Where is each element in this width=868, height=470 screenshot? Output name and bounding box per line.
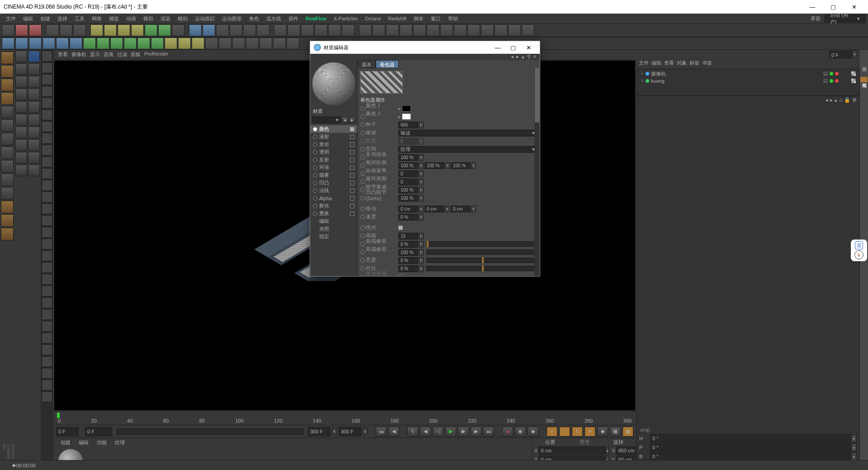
key-pla-icon[interactable]: ◆ — [597, 427, 608, 437]
palette-button[interactable] — [42, 62, 52, 73]
goto-start-icon[interactable]: ⏮ — [376, 427, 387, 437]
palette-button[interactable] — [42, 168, 52, 179]
palette-button[interactable] — [42, 86, 52, 97]
dialog-close-icon[interactable]: ✕ — [521, 42, 536, 53]
tool-button[interactable] — [15, 89, 27, 100]
menu-工具[interactable]: 工具 — [71, 14, 88, 23]
num-input[interactable]: 0 — [398, 179, 418, 185]
toolbar-button[interactable] — [287, 38, 299, 49]
palette-button[interactable] — [42, 274, 52, 285]
obj-tab[interactable]: 对象 — [677, 60, 687, 68]
mode-button[interactable] — [1, 119, 14, 132]
dialog-minimize-icon[interactable]: — — [490, 42, 505, 53]
toolbar-button[interactable] — [273, 38, 286, 49]
palette-button[interactable] — [42, 262, 52, 273]
num-input[interactable]: 0 % — [398, 265, 418, 272]
toolbar-button[interactable] — [145, 24, 157, 36]
palette-button[interactable] — [42, 145, 52, 155]
slider[interactable] — [426, 266, 537, 271]
palette-button[interactable] — [42, 368, 52, 379]
tl-current[interactable] — [85, 427, 112, 436]
mode-button[interactable] — [1, 174, 14, 186]
toolbar-button[interactable] — [104, 24, 117, 36]
toolbar-button[interactable] — [178, 38, 191, 49]
num-input[interactable]: 100 % — [398, 187, 418, 193]
menu-运动跟踪[interactable]: 运动跟踪 — [192, 14, 218, 23]
spin-icon[interactable]: ▸ — [363, 428, 368, 435]
toolbar-button[interactable] — [274, 24, 287, 36]
tool-button[interactable] — [28, 127, 40, 138]
tool-button[interactable] — [15, 76, 27, 88]
palette-button[interactable] — [42, 391, 52, 402]
palette-button[interactable] — [42, 203, 52, 214]
palette-button[interactable] — [42, 227, 52, 238]
palette-button[interactable] — [42, 121, 52, 132]
vp-tab[interactable]: 显示 — [90, 51, 100, 58]
vp-tab[interactable]: 选项 — [104, 51, 113, 58]
prop-radio[interactable] — [360, 147, 365, 151]
dropdown[interactable]: 纹理▾ — [398, 146, 537, 153]
dialog-maximize-icon[interactable]: ▢ — [505, 42, 521, 53]
scrollbar[interactable] — [534, 68, 540, 276]
menu-渲染[interactable]: 渲染 — [157, 14, 174, 23]
toolbar-button[interactable] — [29, 24, 42, 36]
mat-tab[interactable]: 功能 — [94, 439, 109, 446]
step-back-icon[interactable]: ◀ — [388, 427, 399, 437]
object-row[interactable]: └kuang☑ — [640, 77, 856, 85]
nav-back-icon[interactable]: ◂ — [826, 97, 828, 105]
prop-radio[interactable] — [360, 226, 365, 230]
tl-end1[interactable] — [308, 427, 330, 436]
num-input[interactable]: 0 % — [398, 214, 418, 221]
toolbar-button[interactable] — [522, 24, 534, 36]
num-input[interactable]: 15 — [398, 233, 418, 240]
palette-button[interactable] — [42, 321, 52, 332]
palette-button[interactable] — [42, 109, 52, 120]
vp-tab[interactable]: 面板 — [131, 51, 141, 58]
spin-icon[interactable]: ▸ — [332, 428, 337, 435]
menu-X-Particles[interactable]: X-Particles — [330, 15, 361, 22]
toolbar-button[interactable] — [70, 38, 82, 49]
vp-tab[interactable]: 查看 — [58, 51, 68, 58]
menu-捕捉[interactable]: 捕捉 — [106, 14, 122, 23]
menu-雕刻[interactable]: 雕刻 — [175, 14, 191, 23]
num-input[interactable]: 5 — [398, 138, 418, 145]
vp-tab[interactable]: 过滤 — [117, 51, 127, 58]
tool-button[interactable] — [28, 139, 40, 151]
channel-置换[interactable]: 置换 — [310, 210, 357, 217]
toolbar-button[interactable] — [137, 38, 150, 49]
menu-插件[interactable]: 插件 — [285, 14, 302, 23]
channel-extra[interactable]: 编辑 — [310, 217, 357, 225]
channel-辉光[interactable]: 辉光 — [310, 202, 357, 210]
num-input[interactable]: 0 cm — [451, 206, 471, 212]
palette-button[interactable] — [42, 239, 52, 249]
toolbar-button[interactable] — [301, 24, 314, 36]
slider[interactable] — [426, 258, 537, 263]
mode-button[interactable] — [1, 79, 14, 91]
home-icon[interactable]: ⌂ — [839, 97, 842, 105]
num-input[interactable]: 665 — [398, 122, 418, 128]
palette-button[interactable] — [42, 356, 52, 367]
toolbar-button[interactable] — [46, 24, 59, 36]
toolbar-button[interactable] — [315, 24, 327, 36]
step-fwd-icon[interactable]: ▶ — [471, 427, 481, 437]
toolbar-button[interactable] — [288, 24, 300, 36]
menu-动画[interactable]: 动画 — [123, 14, 139, 23]
prop-radio[interactable] — [360, 215, 365, 219]
next-key-icon[interactable]: ▶ — [458, 427, 469, 437]
prop-radio[interactable] — [360, 234, 365, 238]
goto-end-icon[interactable]: ⏭ — [483, 427, 494, 437]
mode-button[interactable] — [1, 106, 14, 118]
mat-tab[interactable]: 编辑 — [76, 439, 91, 446]
tool-button[interactable] — [28, 51, 40, 62]
prop-radio[interactable] — [360, 196, 365, 200]
key-rot-icon[interactable]: ↻ — [572, 427, 583, 437]
vp-tab[interactable]: 摄像机 — [71, 51, 86, 58]
menu-创建[interactable]: 创建 — [37, 14, 53, 23]
channel-烟雾[interactable]: 烟雾 — [310, 171, 357, 179]
tl-end2[interactable] — [339, 427, 361, 436]
ime-indicator[interactable]: 英 🦌 — [851, 240, 867, 261]
slider[interactable] — [426, 249, 537, 255]
toolbar-button[interactable] — [328, 24, 341, 36]
toolbar-button[interactable] — [373, 24, 385, 36]
toolbar-button[interactable] — [73, 24, 86, 36]
